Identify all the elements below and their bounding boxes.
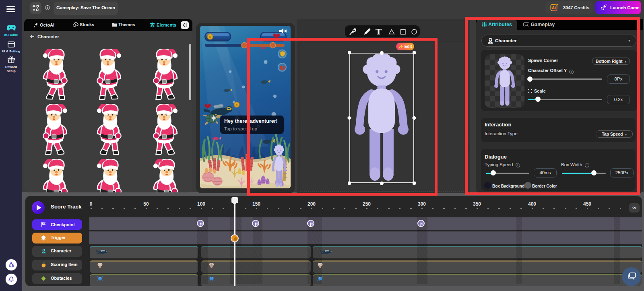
svg-text:$: $ (209, 35, 211, 39)
svg-text:$: $ (236, 103, 238, 107)
svg-text:Ai: Ai (552, 6, 556, 10)
